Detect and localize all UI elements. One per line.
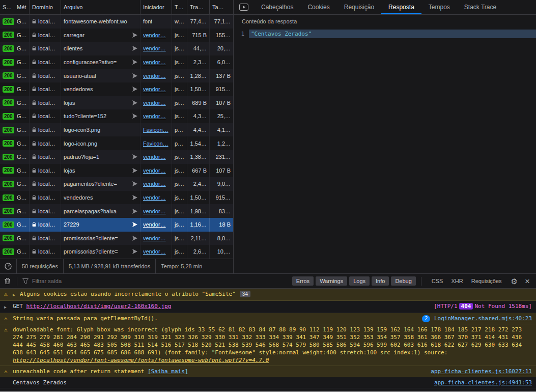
initiator-cell[interactable]: vendor… xyxy=(140,109,172,123)
column-header[interactable]: Tra… xyxy=(187,0,210,14)
initiator-cell[interactable]: Favicon… xyxy=(140,123,172,137)
close-split-console-icon[interactable]: × xyxy=(525,277,530,285)
filter-category-requisições[interactable]: Requisições xyxy=(471,278,502,284)
performance-analysis-icon[interactable] xyxy=(0,259,17,273)
tab-resposta[interactable]: Resposta xyxy=(381,0,421,14)
initiator-cell[interactable]: vendor… xyxy=(140,164,172,178)
console-settings-gear-icon[interactable]: ⚙ xyxy=(511,277,518,285)
network-request-row[interactable]: 200G…local…carregarvendor…js…715 B155… xyxy=(0,29,233,42)
filter-button-erros[interactable]: Erros xyxy=(292,276,314,286)
font-source-link[interactable]: http://localhost/vendor/font-awesome/fon… xyxy=(13,357,269,363)
initiator-link: vendor… xyxy=(143,208,166,214)
network-request-row[interactable]: 200G…local…logo-icon.pngFavicon…p…1,54…1… xyxy=(0,136,233,150)
status-cell: 200 xyxy=(0,164,14,178)
initiator-cell[interactable]: vendor… xyxy=(140,232,172,245)
tab-cabeçalhos[interactable]: Cabeçalhos xyxy=(254,0,300,14)
source-location-link[interactable]: app-ficha-clientes.js:16027:11 xyxy=(431,368,532,375)
tab-tempos[interactable]: Tempos xyxy=(421,0,457,14)
type-cell: w… xyxy=(172,15,187,29)
initiator-cell[interactable]: vendor… xyxy=(140,191,172,205)
tab-stack-trace[interactable]: Stack Trace xyxy=(457,0,503,14)
console-filter-input[interactable]: Filtrar saída xyxy=(19,278,290,284)
status-badge: 200 xyxy=(3,221,14,228)
initiator-cell[interactable]: vendor… xyxy=(140,218,172,232)
network-request-row[interactable]: 200G…local…27229vendor…js…1,16…18 B xyxy=(0,218,233,232)
initiator-cell[interactable]: vendor… xyxy=(140,96,172,110)
transferred-cell: 1,98… xyxy=(187,204,210,218)
request-url-link[interactable]: http://localhost/dist/img/user2-160x160.… xyxy=(26,303,172,310)
message-text: GET http://localhost/dist/img/user2-160x… xyxy=(13,302,427,310)
column-header[interactable]: Mét xyxy=(14,0,30,14)
tab-requisição[interactable]: Requisição xyxy=(337,0,381,14)
network-request-row[interactable]: 200G…local…configuracoes?ativo=vendor…js… xyxy=(0,55,233,69)
column-header[interactable]: S… xyxy=(0,0,14,14)
type-cell: js… xyxy=(172,69,187,82)
network-request-row[interactable]: 200G…local…vendedoresvendor…js…1,50…915… xyxy=(0,82,233,96)
network-request-row[interactable]: 200G…local…padrao?loja=1vendor…js…1,38…2… xyxy=(0,150,233,164)
filter-button-info[interactable]: Info xyxy=(372,276,389,286)
network-request-row[interactable]: 200G…local…logo-icon3.pngFavicon…p…4,4…4… xyxy=(0,123,233,137)
expand-arrow-icon[interactable]: ▶ xyxy=(4,302,13,311)
file-cell: pagamentos?cliente= xyxy=(61,177,140,191)
column-header[interactable]: Iniciador xyxy=(140,0,172,14)
file-cell: vendedores xyxy=(61,191,140,205)
column-header[interactable]: Domínio xyxy=(30,0,61,14)
filter-button-warnings[interactable]: Warnings xyxy=(316,276,347,286)
filter-button-logs[interactable]: Logs xyxy=(349,276,370,286)
filter-category-xhr[interactable]: XHR xyxy=(451,278,463,284)
network-request-row[interactable]: 200G…local…fontawesome-webfont.wofontw…7… xyxy=(0,15,233,29)
network-request-row[interactable]: 200G…local…clientesvendor…js…44,…20,… xyxy=(0,42,233,55)
expand-arrow-icon[interactable]: ▶ xyxy=(13,290,20,299)
lock-icon xyxy=(32,100,36,105)
initiator-cell[interactable]: vendor… xyxy=(140,29,172,42)
method-cell: G… xyxy=(14,150,30,164)
network-request-row[interactable]: 200G…local…lojasvendor…js…689 B107 B xyxy=(0,96,233,110)
initiator-cell[interactable]: vendor… xyxy=(140,204,172,218)
initiator-cell[interactable]: vendor… xyxy=(140,82,172,96)
column-header[interactable]: Ta… xyxy=(210,0,233,14)
filter-category-css[interactable]: CSS xyxy=(432,278,443,284)
network-request-row[interactable]: 200G…local…usuario-atualvendor…js…1,28…1… xyxy=(0,69,233,82)
initiator-cell[interactable]: vendor… xyxy=(140,245,172,259)
file-cell: promissorias?cliente= xyxy=(61,232,140,245)
request-count: 50 requisições xyxy=(17,259,64,273)
column-header[interactable]: Arquivo xyxy=(61,0,140,14)
method-cell: G… xyxy=(14,218,30,232)
network-request-row[interactable]: 200G…local…vendedoresvendor…js…1,50…915… xyxy=(0,191,233,205)
message-text: unreachable code after return statement … xyxy=(13,368,424,375)
domain-cell: local… xyxy=(30,191,61,205)
console-message[interactable]: ⚠▶Alguns cookies estão usando incorretam… xyxy=(0,289,536,301)
initiator-cell[interactable]: vendor… xyxy=(140,55,172,69)
resend-request-icon[interactable] xyxy=(234,0,254,14)
network-request-row[interactable]: 200G…local…parcelaspagas?baixavendor…js…… xyxy=(0,204,233,218)
initiator-cell[interactable]: vendor… xyxy=(140,177,172,191)
tab-cookies[interactable]: Cookies xyxy=(300,0,336,14)
request-sent-arrow-icon xyxy=(130,87,137,92)
transferred-cell: 2,6… xyxy=(187,245,210,259)
network-request-row[interactable]: 200G…local…tudo?cliente=152vendor…js…4,3… xyxy=(0,109,233,123)
clear-console-icon[interactable] xyxy=(0,277,15,285)
file-cell: parcelaspagas?baixa xyxy=(61,204,140,218)
transferred-cell: 667 B xyxy=(187,164,210,178)
initiator-cell[interactable]: vendor… xyxy=(140,42,172,55)
column-header[interactable]: T… xyxy=(172,0,187,14)
network-request-row[interactable]: 200G…local…pagamentos?cliente=vendor…js…… xyxy=(0,177,233,191)
transferred-cell: 4,3… xyxy=(187,109,210,123)
filter-button-debug[interactable]: Debug xyxy=(391,276,415,286)
learn-more-link[interactable]: [Saiba mais] xyxy=(148,368,188,375)
source-location-link[interactable]: LoginManager.shared.mjs:40:23 xyxy=(434,315,532,322)
response-code-line[interactable]: 1 "Centavos Zerados" xyxy=(234,30,536,38)
initiator-cell[interactable]: vendor… xyxy=(140,69,172,82)
console-message[interactable]: ▶GET http://localhost/dist/img/user2-160… xyxy=(0,301,536,313)
initiator-cell[interactable]: vendor… xyxy=(140,150,172,164)
file-cell: lojas xyxy=(61,96,140,110)
status-badge: 200 xyxy=(3,113,14,120)
method-cell: G… xyxy=(14,109,30,123)
network-request-row[interactable]: 200G…local…lojasvendor…js…667 B107 B xyxy=(0,164,233,178)
network-request-row[interactable]: 200G…local…promissorias?cliente=vendor…j… xyxy=(0,245,233,259)
type-cell: js… xyxy=(172,55,187,69)
source-location-link[interactable]: app-ficha-clientes.js:4941:53 xyxy=(434,379,532,386)
network-request-row[interactable]: 200G…local…promissorias?cliente=vendor…j… xyxy=(0,232,233,245)
initiator-cell[interactable]: Favicon… xyxy=(140,136,172,150)
status-badge: 200 xyxy=(3,154,14,160)
